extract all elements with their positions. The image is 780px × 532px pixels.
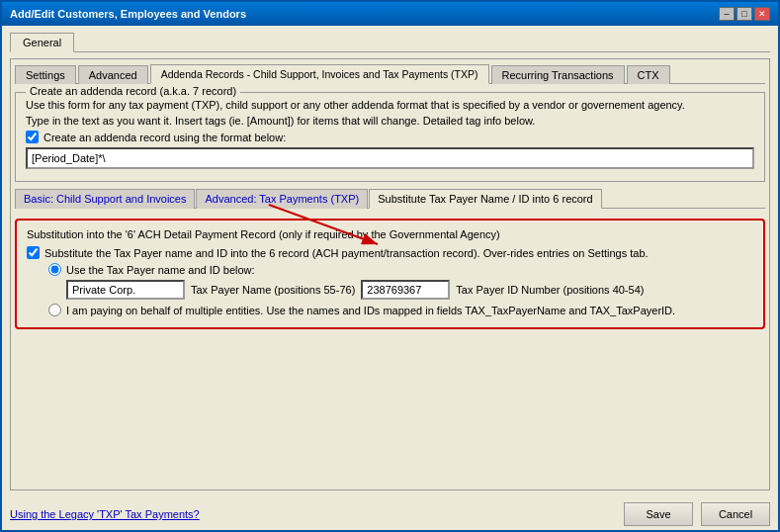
info-line1: Use this form for any tax payment (TXP),…	[26, 99, 754, 111]
substitute-checkbox[interactable]	[27, 246, 40, 259]
tab-settings[interactable]: Settings	[15, 65, 76, 84]
tab-ctx[interactable]: CTX	[627, 65, 670, 84]
taxpayer-id-input[interactable]	[361, 280, 450, 300]
minimize-button[interactable]: –	[719, 7, 735, 21]
link-tab-substitute[interactable]: Substitute Tax Payer Name / ID into 6 re…	[369, 189, 601, 209]
substitution-box: Substitution into the '6' ACH Detail Pay…	[15, 219, 765, 329]
radio2-row: I am paying on behalf of multiple entiti…	[48, 304, 753, 316]
addenda-group-box: Create an addenda record (a.k.a. 7 recor…	[15, 92, 765, 182]
substitute-checkbox-row: Substitute the Tax Payer name and ID int…	[27, 246, 753, 259]
link-tab-advanced-txp[interactable]: Advanced: Tax Payments (TXP)	[196, 189, 368, 209]
use-taxpayer-radio[interactable]	[48, 263, 61, 276]
window-body: General Settings Advanced Addenda Record…	[2, 26, 778, 496]
taxpayer-name-label: Tax Payer Name (positions 55-76)	[191, 284, 355, 296]
taxpayer-fields-row: Tax Payer Name (positions 55-76) Tax Pay…	[66, 280, 753, 300]
multiple-entities-radio[interactable]	[48, 304, 61, 316]
tab-addenda-records[interactable]: Addenda Records - Child Support, Invoice…	[150, 64, 489, 84]
link-tab-basic[interactable]: Basic: Child Support and Invoices	[15, 189, 195, 209]
sub-tab-bar: Settings Advanced Addenda Records - Chil…	[15, 63, 765, 84]
tab-advanced[interactable]: Advanced	[78, 65, 148, 84]
create-addenda-checkbox[interactable]	[26, 131, 39, 143]
link-tab-bar: Basic: Child Support and Invoices Advanc…	[15, 188, 765, 209]
legacy-link[interactable]: Using the Legacy 'TXP' Tax Payments?	[10, 508, 200, 520]
cancel-button[interactable]: Cancel	[701, 502, 770, 526]
save-button[interactable]: Save	[624, 502, 693, 526]
main-tab-bar: General	[10, 32, 770, 52]
taxpayer-name-input[interactable]	[66, 280, 185, 300]
format-input[interactable]	[26, 147, 754, 169]
create-addenda-label: Create an addenda record using the forma…	[43, 132, 286, 143]
taxpayer-id-label: Tax Payer ID Number (positions 40-54)	[456, 284, 644, 296]
close-button[interactable]: ✕	[754, 7, 770, 21]
bottom-buttons: Save Cancel	[624, 502, 770, 526]
maximize-button[interactable]: □	[737, 7, 752, 21]
title-bar: Add/Edit Customers, Employees and Vendor…	[2, 2, 778, 26]
use-taxpayer-label: Use the Tax Payer name and ID below:	[66, 264, 255, 276]
tab-general[interactable]: General	[10, 33, 74, 52]
radio1-row: Use the Tax Payer name and ID below:	[48, 263, 753, 276]
substitution-title: Substitution into the '6' ACH Detail Pay…	[27, 228, 753, 240]
main-window: Add/Edit Customers, Employees and Vendor…	[0, 0, 780, 532]
content-area: Settings Advanced Addenda Records - Chil…	[10, 58, 770, 490]
group-box-title: Create an addenda record (a.k.a. 7 recor…	[26, 85, 240, 97]
window-title: Add/Edit Customers, Employees and Vendor…	[10, 8, 246, 20]
substitute-label: Substitute the Tax Payer name and ID int…	[44, 247, 649, 259]
title-bar-buttons: – □ ✕	[719, 7, 770, 21]
bottom-bar: Using the Legacy 'TXP' Tax Payments? Sav…	[2, 496, 778, 530]
multiple-entities-label: I am paying on behalf of multiple entiti…	[66, 305, 675, 316]
create-addenda-checkbox-row: Create an addenda record using the forma…	[26, 131, 754, 143]
tab-recurring-transactions[interactable]: Recurring Transactions	[491, 65, 625, 84]
info-line2: Type in the text as you want it. Insert …	[26, 115, 754, 127]
